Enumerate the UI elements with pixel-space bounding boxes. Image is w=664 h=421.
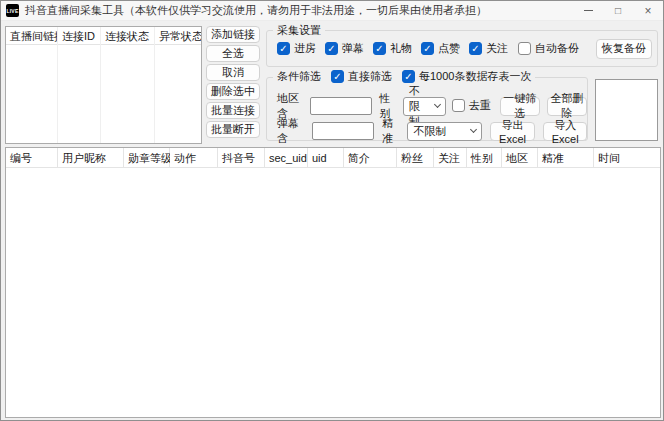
records-column-header-6[interactable]: uid	[308, 148, 344, 168]
records-column-header-13[interactable]: 时间	[594, 148, 661, 168]
danmaku-checkbox[interactable]: ✓弹幕	[325, 41, 364, 56]
batch-save-checkbox-box[interactable]: ✓	[402, 70, 415, 83]
gift-checkbox-box[interactable]: ✓	[373, 42, 386, 55]
maximize-button[interactable]: □	[603, 1, 633, 20]
like-checkbox-box[interactable]: ✓	[421, 42, 434, 55]
filter-label: 条件筛选	[277, 69, 321, 84]
preview-box	[595, 79, 658, 141]
records-table: 编号用户昵称勋章等级动作抖音号sec_uiduid简介粉丝关注性别地区精准时间	[5, 147, 661, 418]
window-controls: □ ×	[573, 1, 663, 20]
records-column-header-2[interactable]: 勋章等级	[124, 148, 170, 168]
enter-room-checkbox-box[interactable]: ✓	[277, 42, 290, 55]
import-excel-button[interactable]: 导入Excel	[543, 122, 587, 141]
add-link-button[interactable]: 添加链接	[206, 26, 260, 43]
direct-filter-checkbox-box[interactable]: ✓	[331, 70, 344, 83]
rooms-column-0: 直播间链接	[6, 27, 58, 143]
records-column-0: 编号	[6, 148, 58, 168]
rooms-column-header-1[interactable]: 连接ID	[58, 27, 100, 45]
live-app-icon: LIVE	[6, 4, 19, 17]
rooms-column-header-3[interactable]: 异常状态	[155, 27, 202, 45]
collect-settings-group: 采集设置 ✓进房✓弹幕✓礼物✓点赞✓关注 自动备份 恢复备份	[266, 30, 658, 67]
rooms-column-header-2[interactable]: 连接状态	[101, 27, 154, 45]
minimize-icon	[584, 10, 593, 11]
gift-checkbox-label: 礼物	[390, 41, 412, 56]
dedupe-mount: 去重	[452, 98, 491, 114]
restore-backup-button[interactable]: 恢复备份	[596, 39, 652, 59]
auto-backup-checkbox-label: 自动备份	[535, 41, 579, 56]
export-excel-button[interactable]: 导出Excel	[490, 122, 536, 141]
one-key-filter-button[interactable]: 一键筛选	[500, 97, 540, 116]
rooms-column-2: 连接状态	[101, 27, 155, 143]
like-checkbox-label: 点赞	[438, 41, 460, 56]
batch-save-mount: ✓每1000条数据存表一次	[402, 69, 531, 84]
records-column-header-1[interactable]: 用户昵称	[58, 148, 124, 168]
gender-select[interactable]: 不限制	[403, 97, 446, 116]
records-column-header-10[interactable]: 性别	[467, 148, 502, 168]
records-column-4: 抖音号	[218, 148, 265, 168]
enter-room-checkbox-label: 进房	[294, 41, 316, 56]
collect-options: ✓进房✓弹幕✓礼物✓点赞✓关注	[277, 41, 508, 56]
danmaku-contains-label: 弹幕含	[277, 116, 308, 146]
precise-select-value: 不限制	[413, 124, 446, 139]
filter-group: 条件筛选 ✓直接筛选 ✓每1000条数据存表一次 地区含 性别 不限制 去重 一…	[266, 77, 588, 141]
direct-filter-checkbox[interactable]: ✓直接筛选	[331, 69, 392, 84]
records-column-header-9[interactable]: 关注	[434, 148, 467, 168]
chevron-down-icon	[470, 126, 477, 133]
records-column-header-0[interactable]: 编号	[6, 148, 58, 168]
follow-checkbox-label: 关注	[486, 41, 508, 56]
window-title: 抖音直播间采集工具（本软件仅供学习交流使用，请勿用于非法用途，一切后果由使用者承…	[25, 3, 487, 18]
dedupe-checkbox[interactable]: 去重	[452, 98, 491, 113]
follow-checkbox[interactable]: ✓关注	[469, 41, 508, 56]
minimize-button[interactable]	[573, 1, 603, 20]
auto-backup-checkbox[interactable]: 自动备份	[518, 41, 579, 56]
records-column-header-7[interactable]: 简介	[344, 148, 397, 168]
region-contains-input[interactable]	[310, 97, 372, 115]
records-column-header-11[interactable]: 地区	[502, 148, 538, 168]
records-column-8: 粉丝	[397, 148, 434, 168]
dedupe-checkbox-box[interactable]	[452, 99, 465, 112]
direct-filter-checkbox-label: 直接筛选	[348, 69, 392, 84]
select-all-button[interactable]: 全选	[206, 45, 260, 62]
cancel-button[interactable]: 取消	[206, 64, 260, 81]
danmaku-checkbox-label: 弹幕	[342, 41, 364, 56]
danmaku-checkbox-box[interactable]: ✓	[325, 42, 338, 55]
auto-backup-mount: 自动备份	[518, 41, 579, 57]
records-column-1: 用户昵称	[58, 148, 124, 168]
direct-filter-mount: ✓直接筛选	[331, 69, 392, 84]
records-column-header-12[interactable]: 精准	[538, 148, 594, 168]
danmaku-contains-input[interactable]	[312, 122, 374, 140]
like-checkbox[interactable]: ✓点赞	[421, 41, 460, 56]
batch-save-checkbox[interactable]: ✓每1000条数据存表一次	[402, 69, 531, 84]
records-column-header-4[interactable]: 抖音号	[218, 148, 265, 168]
records-column-7: 简介	[344, 148, 397, 168]
dedupe-checkbox-label: 去重	[469, 98, 491, 113]
records-column-header-3[interactable]: 动作	[170, 148, 218, 168]
filter-group-header: 条件筛选 ✓直接筛选 ✓每1000条数据存表一次	[273, 69, 535, 84]
auto-backup-checkbox-box[interactable]	[518, 42, 531, 55]
precise-select[interactable]: 不限制	[407, 122, 482, 141]
enter-room-checkbox[interactable]: ✓进房	[277, 41, 316, 56]
batch-connect-button[interactable]: 批量连接	[206, 102, 260, 119]
gift-checkbox[interactable]: ✓礼物	[373, 41, 412, 56]
records-table-header: 编号用户昵称勋章等级动作抖音号sec_uiduid简介粉丝关注性别地区精准时间	[6, 148, 660, 168]
close-button[interactable]: ×	[633, 1, 663, 20]
records-column-2: 勋章等级	[124, 148, 170, 168]
titlebar: LIVE 抖音直播间采集工具（本软件仅供学习交流使用，请勿用于非法用途，一切后果…	[1, 1, 663, 21]
chevron-down-icon	[434, 101, 441, 108]
precise-label: 精准	[382, 116, 403, 146]
records-column-5: sec_uid	[265, 148, 308, 168]
follow-checkbox-box[interactable]: ✓	[469, 42, 482, 55]
rooms-table: 直播间链接连接ID连接状态异常状态	[5, 26, 202, 144]
link-actions: 添加链接全选取消删除选中批量连接批量断开	[206, 26, 260, 138]
records-column-11: 地区	[502, 148, 538, 168]
collect-options-row: ✓进房✓弹幕✓礼物✓点赞✓关注 自动备份 恢复备份	[277, 31, 652, 66]
filter-row-danmaku: 弹幕含 精准 不限制 导出Excel 导入Excel	[277, 116, 587, 146]
rooms-column-header-0[interactable]: 直播间链接	[6, 27, 57, 45]
records-column-13: 时间	[594, 148, 661, 168]
records-column-header-5[interactable]: sec_uid	[265, 148, 308, 168]
delete-selected-button[interactable]: 删除选中	[206, 83, 260, 100]
records-column-header-8[interactable]: 粉丝	[397, 148, 434, 168]
records-table-body	[6, 168, 660, 418]
batch-disconnect-button[interactable]: 批量断开	[206, 121, 260, 138]
delete-all-button[interactable]: 全部删除	[547, 97, 587, 116]
